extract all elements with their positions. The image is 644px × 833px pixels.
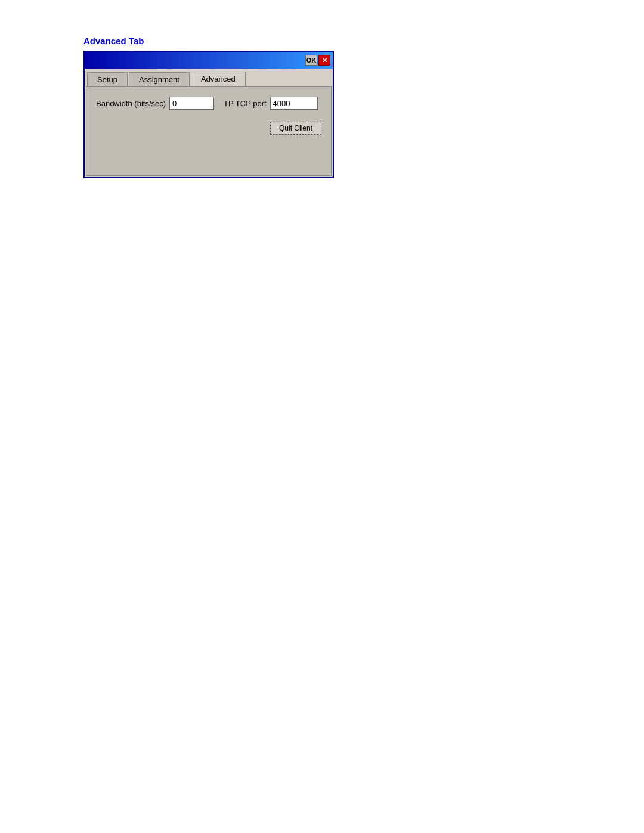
quit-client-button[interactable]: Quit Client — [270, 122, 321, 135]
bandwidth-input[interactable] — [169, 97, 214, 110]
tab-advanced[interactable]: Advanced — [191, 72, 246, 86]
close-button[interactable]: ✕ — [318, 55, 330, 66]
bandwidth-label: Bandwidth (bits/sec) — [96, 99, 166, 108]
port-input[interactable] — [270, 97, 318, 110]
tab-setup[interactable]: Setup — [87, 72, 128, 86]
button-row: Quit Client — [96, 122, 321, 135]
tabs-row: Setup Assignment Advanced — [85, 69, 333, 86]
tab-assignment[interactable]: Assignment — [129, 72, 190, 86]
dialog-body: Bandwidth (bits/sec) TP TCP port Quit Cl… — [86, 86, 332, 176]
page-title: Advanced Tab — [83, 36, 644, 46]
port-label: TP TCP port — [224, 99, 267, 108]
page-container: Advanced Tab OK ✕ Setup Assignment Advan… — [0, 0, 644, 178]
dialog: OK ✕ Setup Assignment Advanced Bandwidth… — [83, 51, 334, 178]
ok-button[interactable]: OK — [305, 55, 317, 66]
dialog-titlebar: OK ✕ — [85, 52, 333, 69]
form-row-bandwidth: Bandwidth (bits/sec) TP TCP port — [96, 97, 321, 110]
